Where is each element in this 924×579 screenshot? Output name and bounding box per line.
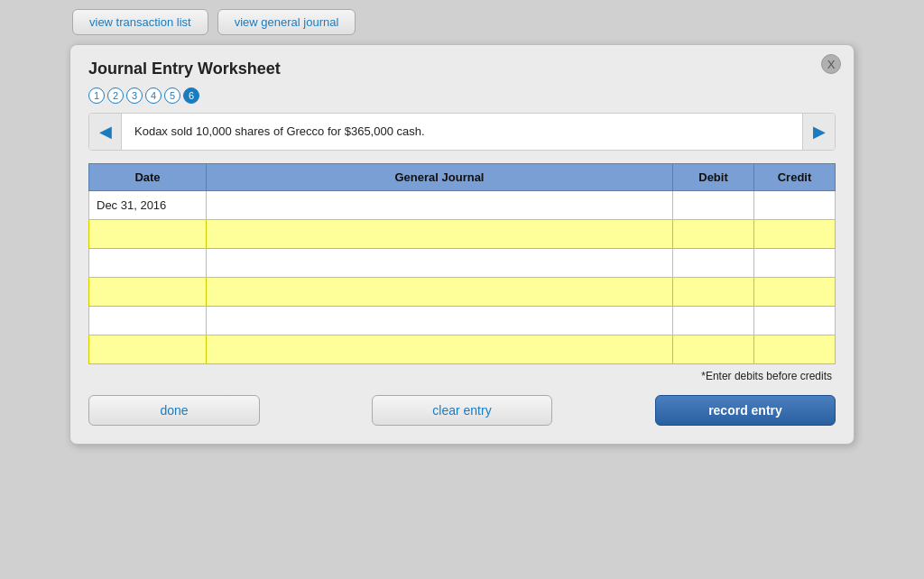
journal-input-5[interactable] (207, 307, 672, 335)
credit-input-2[interactable] (754, 220, 835, 248)
header-debit: Debit (673, 163, 754, 190)
date-cell-2 (89, 219, 207, 248)
debit-cell-2[interactable] (673, 219, 754, 248)
dialog-title: Journal Entry Worksheet (88, 60, 836, 78)
journal-input-2[interactable] (207, 220, 672, 248)
clear-entry-button[interactable]: clear entry (372, 395, 552, 426)
journal-input-1[interactable] (207, 191, 672, 219)
credit-input-3[interactable] (754, 249, 835, 277)
credit-cell-1[interactable] (754, 190, 836, 219)
table-row: Dec 31, 2016 (89, 190, 836, 219)
journal-input-6[interactable] (207, 335, 672, 363)
table-row (89, 248, 836, 277)
debit-cell-1[interactable] (673, 190, 754, 219)
step-1[interactable]: 1 (88, 87, 105, 104)
journal-entry-dialog: X Journal Entry Worksheet 1 2 3 4 5 6 ◀ … (69, 44, 855, 445)
date-cell-1: Dec 31, 2016 (89, 190, 207, 219)
date-cell-4 (89, 277, 207, 306)
step-2[interactable]: 2 (107, 87, 124, 104)
date-cell-3 (89, 248, 207, 277)
debit-input-3[interactable] (673, 249, 753, 277)
debit-input-4[interactable] (673, 278, 753, 306)
journal-cell-6[interactable] (207, 335, 673, 363)
table-row (89, 219, 836, 248)
debit-input-6[interactable] (673, 335, 753, 363)
header-date: Date (89, 163, 207, 190)
credit-input-4[interactable] (754, 278, 835, 306)
credit-cell-4[interactable] (754, 277, 836, 306)
debit-cell-4[interactable] (673, 277, 754, 306)
top-nav-buttons: view transaction list view general journ… (0, 9, 356, 44)
credit-cell-2[interactable] (754, 219, 836, 248)
prev-scenario-button[interactable]: ◀ (89, 114, 122, 150)
done-button[interactable]: done (88, 395, 260, 426)
date-cell-6 (89, 335, 207, 363)
footer-right: record entry (593, 395, 836, 426)
view-general-journal-button[interactable]: view general journal (217, 9, 356, 35)
journal-cell-4[interactable] (207, 277, 673, 306)
table-row (89, 306, 836, 335)
header-journal: General Journal (207, 163, 673, 190)
debit-input-1[interactable] (673, 191, 753, 219)
journal-input-3[interactable] (207, 249, 672, 277)
credit-cell-5[interactable] (754, 306, 836, 335)
journal-input-4[interactable] (207, 278, 672, 306)
debit-cell-6[interactable] (673, 335, 754, 363)
step-indicators: 1 2 3 4 5 6 (88, 87, 836, 104)
date-cell-5 (89, 306, 207, 335)
step-4[interactable]: 4 (145, 87, 162, 104)
scenario-text: Kodax sold 10,000 shares of Grecco for $… (122, 114, 802, 150)
record-entry-button[interactable]: record entry (655, 395, 836, 426)
debit-cell-5[interactable] (673, 306, 754, 335)
debit-input-2[interactable] (673, 220, 753, 248)
journal-cell-5[interactable] (207, 306, 673, 335)
credit-input-6[interactable] (754, 335, 835, 363)
journal-cell-3[interactable] (207, 248, 673, 277)
table-row (89, 335, 836, 363)
credit-input-1[interactable] (754, 191, 835, 219)
debit-input-5[interactable] (673, 307, 753, 335)
journal-table: Date General Journal Debit Credit Dec 31… (88, 163, 836, 364)
step-6[interactable]: 6 (183, 87, 199, 104)
credit-cell-3[interactable] (754, 248, 836, 277)
dialog-footer: done clear entry record entry (88, 395, 836, 426)
scenario-box: ◀ Kodax sold 10,000 shares of Grecco for… (88, 113, 836, 151)
footer-center: clear entry (340, 395, 583, 426)
header-credit: Credit (754, 163, 836, 190)
step-5[interactable]: 5 (164, 87, 180, 104)
close-button[interactable]: X (821, 54, 841, 74)
journal-cell-2[interactable] (207, 219, 673, 248)
next-scenario-button[interactable]: ▶ (802, 114, 835, 150)
journal-cell-1[interactable] (207, 190, 673, 219)
step-3[interactable]: 3 (126, 87, 143, 104)
debit-cell-3[interactable] (673, 248, 754, 277)
hint-text: *Enter debits before credits (88, 370, 836, 382)
table-row (89, 277, 836, 306)
view-transaction-list-button[interactable]: view transaction list (72, 9, 208, 35)
credit-input-5[interactable] (754, 307, 835, 335)
footer-left: done (88, 395, 331, 426)
credit-cell-6[interactable] (754, 335, 836, 363)
